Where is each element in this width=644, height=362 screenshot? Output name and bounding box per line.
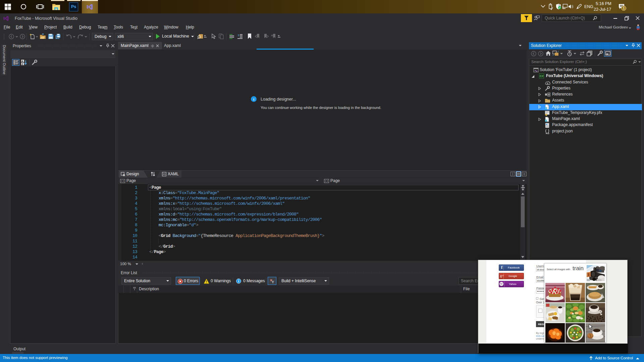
svg-text:A: A xyxy=(21,60,23,62)
svg-text:Z: Z xyxy=(22,63,23,65)
svg-text:?: ? xyxy=(237,34,239,37)
